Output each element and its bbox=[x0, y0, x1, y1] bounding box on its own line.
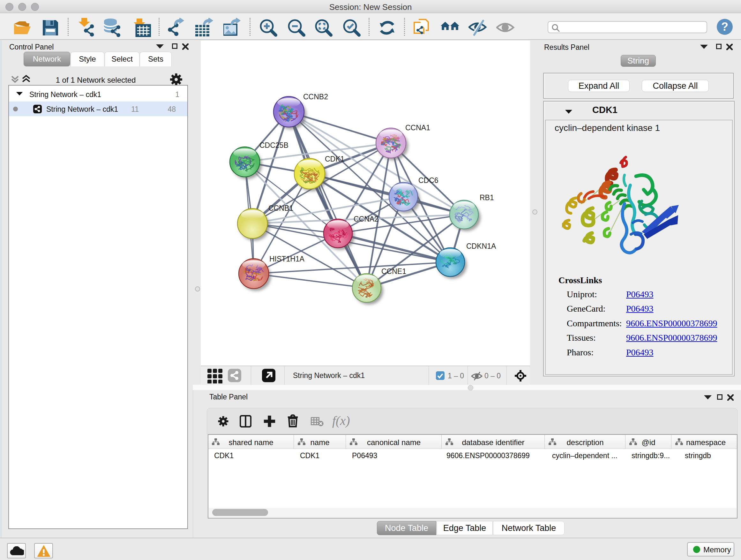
svg-text:HIST1H1A: HIST1H1A bbox=[269, 255, 305, 263]
svg-text:CDK1: CDK1 bbox=[325, 155, 344, 163]
svg-text:CCNB2: CCNB2 bbox=[303, 92, 328, 101]
svg-text:CCNE1: CCNE1 bbox=[381, 267, 406, 275]
svg-text:?: ? bbox=[721, 20, 728, 33]
svg-text:CCNA2: CCNA2 bbox=[354, 215, 379, 223]
svg-text:CDC25B: CDC25B bbox=[259, 141, 288, 149]
svg-text:CDKN1A: CDKN1A bbox=[466, 242, 496, 250]
svg-text:CCNA1: CCNA1 bbox=[405, 124, 430, 132]
svg-text:CDC6: CDC6 bbox=[418, 176, 439, 185]
svg-text:CCNB1: CCNB1 bbox=[268, 204, 293, 212]
svg-text:RB1: RB1 bbox=[480, 193, 494, 202]
